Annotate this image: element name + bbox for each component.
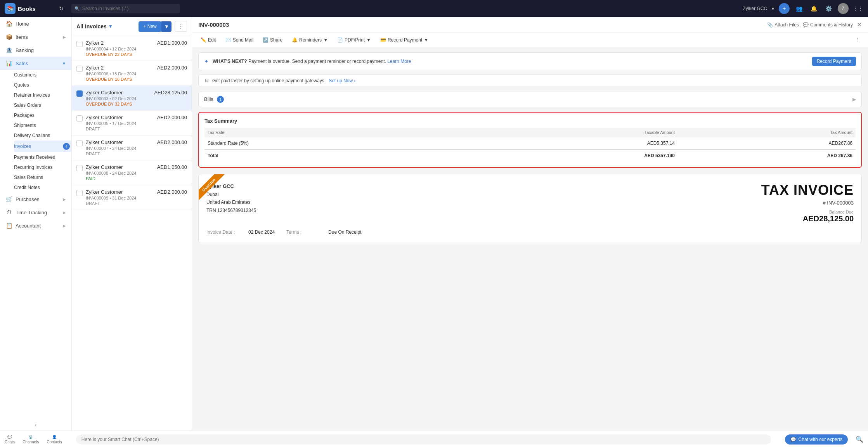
sidebar-item-recurring-invoices[interactable]: Recurring Invoices bbox=[14, 162, 71, 172]
invoices-add-icon[interactable]: + bbox=[63, 143, 70, 150]
reminders-button[interactable]: 🔔 Reminders ▼ bbox=[289, 36, 330, 44]
learn-more-link[interactable]: Learn More bbox=[387, 59, 411, 64]
sidebar-item-payments-received[interactable]: Payments Received bbox=[14, 152, 71, 162]
invoice-dates: Invoice Date : 02 Dec 2024 Terms : Due O… bbox=[206, 229, 854, 235]
invoice-list-item-selected[interactable]: Zylker Customer INV-000003 • 02 Dec 2024… bbox=[72, 86, 192, 111]
record-payment-cta-button[interactable]: Record Payment bbox=[812, 57, 856, 66]
sidebar-item-sales-orders[interactable]: Sales Orders bbox=[14, 100, 71, 110]
invoice-customer: Zylker Customer bbox=[86, 90, 151, 96]
contacts-tab[interactable]: 👤 Contacts bbox=[47, 435, 62, 444]
sidebar-item-purchases[interactable]: 🛒 Purchases ▶ bbox=[0, 193, 71, 206]
invoice-checkbox[interactable] bbox=[76, 115, 83, 122]
invoice-list-item[interactable]: Zylker Customer INV-000007 • 24 Dec 2024… bbox=[72, 135, 192, 160]
new-invoice-button[interactable]: + New bbox=[139, 21, 161, 32]
pdf-print-button[interactable]: 📄 PDF/Print ▼ bbox=[335, 36, 373, 44]
invoice-customer: Zylker 2 bbox=[86, 65, 154, 71]
invoice-checkbox[interactable] bbox=[76, 140, 83, 146]
share-button[interactable]: ↗️ Share bbox=[260, 36, 285, 44]
invoice-list-more-button[interactable]: ⋮ bbox=[175, 21, 187, 32]
sidebar-item-home[interactable]: 🏠 Home bbox=[0, 17, 71, 30]
search-input[interactable] bbox=[71, 4, 180, 13]
invoice-list-item[interactable]: Zylker Customer INV-000008 • 24 Dec 2024… bbox=[72, 160, 192, 185]
bottom-search-icon[interactable]: 🔍 bbox=[856, 436, 863, 443]
sidebar-label-invoices: Invoices bbox=[14, 144, 31, 149]
invoice-list-item[interactable]: Zylker Customer INV-000009 • 31 Dec 2024… bbox=[72, 185, 192, 210]
toolbar-more-button[interactable]: ⋮ bbox=[852, 36, 862, 44]
share-icon: ↗️ bbox=[263, 37, 269, 43]
invoice-checkbox[interactable] bbox=[76, 190, 83, 196]
reminders-icon: 🔔 bbox=[292, 37, 298, 43]
sidebar-label-retainer: Retainer Invoices bbox=[14, 92, 50, 98]
all-invoices-dropdown-icon[interactable]: ▼ bbox=[108, 24, 113, 29]
terms-label: Terms : bbox=[286, 229, 325, 235]
sidebar-item-shipments[interactable]: Shipments bbox=[14, 120, 71, 130]
new-invoice-arrow-button[interactable]: ▼ bbox=[161, 21, 172, 32]
user-dropdown-arrow[interactable]: ▼ bbox=[771, 7, 775, 11]
purchases-arrow-icon: ▶ bbox=[63, 197, 66, 201]
sales-arrow-icon: ▼ bbox=[62, 61, 66, 66]
invoice-list-item[interactable]: Zylker Customer INV-000005 • 17 Dec 2024… bbox=[72, 111, 192, 135]
user-name[interactable]: Zylker GCC bbox=[743, 6, 767, 11]
invoice-checkbox[interactable] bbox=[76, 66, 83, 72]
sidebar-item-credit-notes[interactable]: Credit Notes bbox=[14, 182, 71, 193]
invoice-checkbox[interactable] bbox=[76, 41, 83, 47]
chat-with-experts-button[interactable]: 💬 Chat with our experts bbox=[785, 434, 848, 445]
refresh-button[interactable]: ↻ bbox=[56, 3, 67, 14]
smart-chat-input[interactable] bbox=[76, 434, 771, 445]
sidebar-item-invoices[interactable]: Invoices + bbox=[14, 141, 71, 152]
sidebar-item-quotes[interactable]: Quotes bbox=[14, 80, 71, 90]
bills-expand-icon[interactable]: ▶ bbox=[852, 97, 856, 102]
sidebar-item-customers[interactable]: Customers bbox=[14, 70, 71, 80]
invoice-meta: INV-000003 • 02 Dec 2024 bbox=[86, 96, 151, 101]
invoice-list-item[interactable]: Zylker 2 INV-000004 • 12 Dec 2024 OVERDU… bbox=[72, 36, 192, 61]
record-payment-button[interactable]: 💳 Record Payment ▼ bbox=[378, 36, 431, 44]
purchases-icon: 🛒 bbox=[5, 196, 12, 202]
sidebar-item-accountant[interactable]: 📋 Accountant ▶ bbox=[0, 219, 71, 232]
sidebar-label-banking: Banking bbox=[16, 47, 34, 53]
sidebar-item-sales[interactable]: 📊 Sales ▼ bbox=[0, 57, 71, 70]
invoice-item-info: Zylker Customer INV-000003 • 02 Dec 2024… bbox=[86, 90, 151, 106]
settings-icon-btn[interactable]: ⚙️ bbox=[823, 3, 834, 14]
avatar[interactable]: Z bbox=[838, 3, 849, 14]
add-button[interactable]: + bbox=[779, 3, 790, 14]
attach-files-button[interactable]: 📎 Attach Files bbox=[767, 22, 799, 28]
balance-due-label: Balance Due bbox=[761, 210, 854, 214]
sidebar-label-packages: Packages bbox=[14, 113, 35, 118]
invoice-detail-header: INV-000003 📎 Attach Files 💬 Comments & H… bbox=[192, 17, 868, 33]
setup-now-link[interactable]: Set up Now › bbox=[329, 78, 355, 83]
send-mail-button[interactable]: ✉️ Send Mail bbox=[223, 36, 256, 44]
sidebar-item-banking[interactable]: 🏦 Banking bbox=[0, 43, 71, 57]
sidebar-item-sales-returns[interactable]: Sales Returns bbox=[14, 172, 71, 182]
invoice-item-info: Zylker Customer INV-000008 • 24 Dec 2024… bbox=[86, 164, 154, 181]
company-city: Dubai bbox=[206, 191, 256, 198]
invoice-status: DRAFT bbox=[86, 151, 154, 156]
chats-tab[interactable]: 💬 Chats bbox=[5, 435, 15, 444]
notifications-icon-btn[interactable]: 🔔 bbox=[808, 3, 819, 14]
invoice-checkbox[interactable] bbox=[76, 165, 83, 171]
invoice-amount: AED2,000.00 bbox=[157, 189, 187, 195]
total-tax: AED 267.86 bbox=[678, 149, 856, 161]
sidebar-item-delivery-challans[interactable]: Delivery Challans bbox=[14, 130, 71, 141]
invoice-date-row: Invoice Date : 02 Dec 2024 bbox=[206, 229, 275, 235]
sidebar-item-retainer-invoices[interactable]: Retainer Invoices bbox=[14, 90, 71, 100]
invoice-list-item[interactable]: Zylker 2 INV-000006 • 18 Dec 2024 OVERDU… bbox=[72, 61, 192, 86]
sidebar-item-time-tracking[interactable]: ⏱ Time Tracking ▶ bbox=[0, 206, 71, 219]
tax-rate-col-header: Tax Rate bbox=[204, 128, 471, 137]
grid-icon-btn[interactable]: ⋮⋮ bbox=[852, 3, 863, 14]
invoice-status: DRAFT bbox=[86, 201, 154, 206]
close-detail-button[interactable]: ✕ bbox=[857, 21, 862, 28]
invoice-checkbox[interactable] bbox=[76, 90, 83, 97]
edit-button[interactable]: ✏️ Edit bbox=[198, 36, 218, 44]
invoice-date-value: 02 Dec 2024 bbox=[248, 229, 275, 235]
invoice-customer: Zylker Customer bbox=[86, 115, 154, 120]
sales-subitems: Customers Quotes Retainer Invoices Sales… bbox=[0, 70, 71, 193]
payment-gateway-text: Get paid faster by setting up online pay… bbox=[212, 78, 326, 83]
channels-tab[interactable]: 📡 Channels bbox=[23, 435, 39, 444]
contacts-icon-btn[interactable]: 👥 bbox=[794, 3, 804, 14]
comments-history-button[interactable]: 💬 Comments & History bbox=[803, 22, 853, 28]
sidebar-item-items[interactable]: 📦 Items ▶ bbox=[0, 30, 71, 43]
invoice-meta: INV-000009 • 31 Dec 2024 bbox=[86, 196, 154, 200]
collapse-sidebar-btn[interactable]: ‹ bbox=[0, 420, 71, 430]
sidebar-item-packages[interactable]: Packages bbox=[14, 110, 71, 120]
invoice-date-label: Invoice Date : bbox=[206, 229, 245, 235]
